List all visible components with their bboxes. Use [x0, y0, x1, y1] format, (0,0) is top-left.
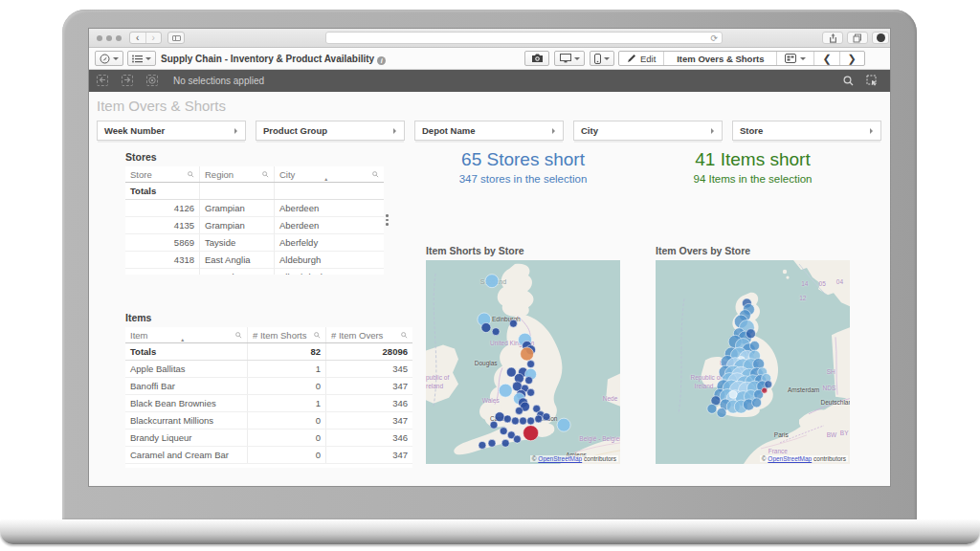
map-bubble[interactable] — [479, 441, 486, 449]
map-bubble[interactable] — [707, 404, 717, 413]
table-cell[interactable]: Caramel and Cream Bar — [125, 447, 248, 463]
table-cell[interactable]: Blackcurrant Millions — [125, 412, 248, 429]
info-icon[interactable]: i — [377, 56, 386, 65]
search-icon[interactable] — [188, 171, 194, 178]
kpi-stores-short[interactable]: 65 Stores short 347 stores in the select… — [426, 149, 620, 185]
map-bubble[interactable] — [499, 384, 512, 397]
filter-city[interactable]: City — [573, 121, 723, 141]
map-bubble[interactable] — [511, 417, 519, 425]
table-row[interactable]: 4126GrampianAberdeen — [125, 200, 384, 217]
browser-tabs-button[interactable] — [847, 32, 868, 44]
table-cell[interactable]: Aberfeldy — [275, 234, 384, 251]
search-icon[interactable] — [235, 332, 242, 339]
map-bubble[interactable] — [765, 381, 772, 388]
filter-week-number[interactable]: Week Number — [97, 121, 246, 141]
sheet-title[interactable]: Item Overs & Shorts — [664, 52, 777, 65]
window-minimize-icon[interactable] — [106, 35, 112, 41]
table-cell[interactable]: Aberdeen — [275, 200, 384, 216]
table-row[interactable]: Caramel and Cream Bar0347 — [125, 447, 412, 464]
table-cell[interactable]: 4318 — [125, 252, 200, 268]
table-cell[interactable]: 5869 — [125, 234, 200, 251]
search-icon[interactable] — [401, 332, 408, 339]
table-cell[interactable]: 1 — [248, 361, 326, 377]
table-cell[interactable]: Central — [200, 269, 275, 275]
table-cell[interactable]: # Item Overs — [326, 327, 412, 342]
table-row[interactable]: 4106CentralAlloa/Clackmannan — [125, 269, 384, 275]
table-cell[interactable]: City▲ — [275, 166, 384, 182]
previous-sheet-button[interactable]: ❮ — [814, 52, 839, 65]
stores-table[interactable]: StoreRegionCity▲Totals4126GrampianAberde… — [125, 166, 384, 275]
search-icon[interactable] — [262, 171, 269, 178]
table-cell[interactable]: Totals — [125, 183, 200, 199]
clear-selections-button[interactable] — [146, 75, 158, 86]
map-bubble[interactable] — [521, 347, 534, 361]
table-cell[interactable]: Banoffi Bar — [125, 378, 248, 394]
table-cell[interactable]: 347 — [326, 412, 412, 429]
selections-back-button[interactable] — [97, 75, 108, 86]
table-cell[interactable]: 1 — [248, 395, 326, 411]
stores-context-menu-icon[interactable] — [386, 214, 389, 228]
map-item-overs[interactable]: Republic ofIrelandUnited KingdoAmsterdam… — [656, 260, 850, 464]
map-bubble[interactable] — [535, 415, 543, 423]
map-bubble[interactable] — [527, 388, 535, 396]
map-bubble[interactable] — [527, 417, 535, 425]
table-cell[interactable]: Item▲ — [125, 327, 248, 342]
map-bubble[interactable] — [515, 407, 523, 414]
filter-depot-name[interactable]: Depot Name — [414, 121, 564, 141]
table-cell[interactable]: Tayside — [200, 234, 275, 251]
table-cell[interactable]: 4126 — [125, 200, 200, 216]
table-row[interactable]: Blackcurrant Millions0347 — [125, 412, 412, 430]
table-cell[interactable]: Region — [200, 166, 275, 182]
map-bubble[interactable] — [509, 320, 517, 327]
map-bubble[interactable] — [752, 398, 762, 408]
map-bubble[interactable] — [543, 413, 550, 421]
refresh-icon[interactable]: ⟳ — [710, 33, 718, 43]
table-cell[interactable]: 4106 — [125, 269, 200, 275]
table-cell[interactable]: 0 — [248, 378, 326, 394]
table-cell[interactable]: East Anglia — [200, 252, 275, 268]
table-cell[interactable]: 28096 — [326, 343, 412, 360]
table-row[interactable]: Banoffi Bar0347 — [125, 378, 412, 395]
table-row[interactable]: 5869TaysideAberfeldy — [125, 234, 384, 252]
table-cell[interactable]: 347 — [326, 378, 412, 394]
window-close-icon[interactable] — [97, 35, 102, 41]
browser-profile-button[interactable] — [872, 32, 889, 44]
map-bubble[interactable] — [527, 361, 535, 368]
map-bubble[interactable] — [506, 367, 516, 377]
next-sheet-button[interactable]: ❯ — [840, 52, 864, 65]
map-item-shorts[interactable]: ScotlandEdinburghUnited KingdomDouglaspu… — [426, 260, 620, 464]
table-cell[interactable]: 346 — [326, 395, 412, 411]
storytelling-button[interactable] — [554, 51, 585, 66]
table-cell[interactable]: 347 — [326, 447, 412, 463]
table-row[interactable]: 4318East AngliaAldeburgh — [125, 252, 384, 269]
table-cell[interactable] — [275, 183, 384, 199]
table-cell[interactable]: 4135 — [125, 217, 200, 233]
map-bubble[interactable] — [717, 408, 726, 418]
table-cell[interactable]: # Item Shorts — [248, 327, 326, 342]
table-cell[interactable] — [200, 183, 275, 199]
browser-back-button[interactable]: ‹ — [130, 33, 145, 43]
items-table[interactable]: Item▲# Item Shorts# Item OversTotals8228… — [125, 327, 412, 468]
openstreetmap-link[interactable]: OpenStreetMap — [538, 455, 582, 462]
smart-search-button[interactable] — [842, 75, 854, 86]
map-bubble[interactable] — [520, 417, 527, 425]
table-row[interactable]: Apple Ballitas1345 — [125, 361, 412, 378]
table-cell[interactable]: Brandy Liqueur — [125, 430, 248, 446]
map-bubble[interactable] — [513, 435, 521, 443]
table-cell[interactable]: 346 — [326, 430, 412, 446]
table-cell[interactable]: Aberdeen — [275, 217, 384, 233]
openstreetmap-link[interactable]: OpenStreetMap — [768, 455, 812, 462]
table-cell[interactable]: 82 — [248, 343, 326, 360]
snapshot-button[interactable] — [524, 51, 549, 66]
app-options-button[interactable] — [127, 51, 156, 66]
filter-product-group[interactable]: Product Group — [256, 121, 405, 141]
browser-url-input[interactable]: ⟳ — [325, 32, 723, 44]
map-bubble[interactable] — [503, 415, 511, 423]
map-bubble[interactable] — [501, 439, 509, 447]
map-bubble[interactable] — [492, 328, 500, 336]
table-cell[interactable]: 0 — [248, 430, 326, 446]
table-cell[interactable]: 345 — [326, 361, 412, 377]
map-bubble[interactable] — [488, 439, 496, 447]
selections-tool-button[interactable] — [866, 75, 878, 86]
map-bubble[interactable] — [762, 387, 768, 393]
